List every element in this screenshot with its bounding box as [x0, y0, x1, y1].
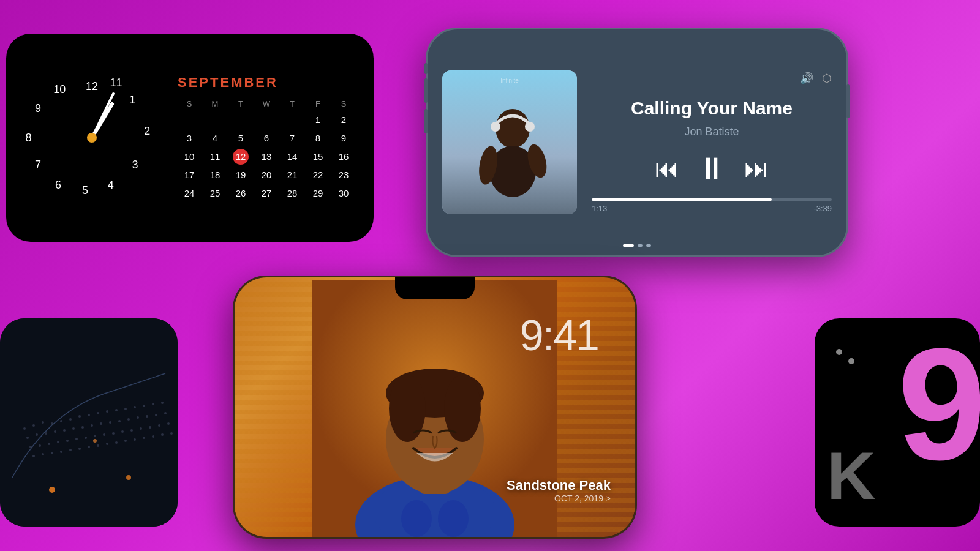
cal-day-1[interactable]: 1	[310, 112, 326, 128]
letter-k-display: K	[827, 437, 875, 514]
cal-day-8[interactable]: 8	[310, 130, 326, 146]
cal-day-23[interactable]: 23	[336, 167, 352, 183]
cal-day-7[interactable]: 7	[284, 130, 300, 146]
calendar-grid: S M T W T F S 1 2 3 4 5 6 7 8 9 10 11	[178, 98, 355, 201]
svg-point-58	[149, 426, 151, 429]
svg-point-18	[69, 418, 72, 421]
svg-point-25	[134, 406, 136, 408]
svg-point-72	[134, 438, 136, 441]
svg-point-61	[32, 455, 35, 457]
phone-vol-down-btn	[424, 109, 428, 133]
cal-day-3[interactable]: 3	[181, 130, 197, 146]
svg-point-19	[78, 415, 81, 418]
cal-day-12-today[interactable]: 12	[233, 149, 249, 165]
svg-point-51	[85, 437, 87, 439]
svg-point-53	[103, 433, 105, 436]
svg-point-20	[88, 414, 90, 416]
svg-point-27	[152, 403, 154, 405]
svg-point-52	[94, 435, 96, 437]
cal-day-28[interactable]: 28	[284, 186, 300, 201]
progress-fill	[592, 198, 772, 201]
location-date: OCT 2, 2019 >	[507, 493, 611, 503]
svg-point-47	[48, 443, 50, 445]
svg-point-57	[140, 427, 142, 430]
indicator-dot-3	[646, 244, 651, 247]
cal-day-30[interactable]: 30	[336, 186, 352, 201]
volume-icon[interactable]: 🔊	[800, 72, 813, 85]
svg-point-43	[155, 414, 157, 416]
svg-point-78	[126, 475, 131, 480]
svg-point-69	[106, 443, 108, 445]
cal-day-10[interactable]: 10	[181, 149, 197, 165]
svg-point-84	[438, 500, 469, 537]
cal-day-15[interactable]: 15	[310, 149, 326, 165]
svg-point-26	[143, 405, 145, 407]
cal-day-2[interactable]: 2	[336, 112, 352, 128]
svg-point-71	[124, 440, 127, 442]
svg-point-75	[161, 433, 164, 436]
big-number-display: 9	[897, 324, 980, 484]
svg-point-77	[49, 487, 55, 493]
progress-track	[592, 198, 832, 201]
cal-header-t1: T	[229, 98, 252, 110]
svg-point-22	[106, 410, 108, 413]
cal-day-16[interactable]: 16	[336, 149, 352, 165]
cal-day-6[interactable]: 6	[258, 130, 274, 146]
cal-header-f: F	[306, 98, 330, 110]
rewind-button[interactable]: ⏮	[655, 155, 679, 182]
dot-decoration-2	[848, 358, 854, 364]
svg-point-50	[75, 438, 78, 440]
svg-point-40	[127, 418, 130, 421]
svg-point-68	[97, 444, 99, 447]
cal-day-27[interactable]: 27	[258, 186, 274, 201]
cal-day-14[interactable]: 14	[284, 149, 300, 165]
svg-point-48	[57, 441, 59, 443]
fast-forward-button[interactable]: ⏭	[744, 155, 769, 182]
clock-calendar-widget: 12 1 2 3 4 5 6 7 8 9 10 11 SEPTEMBER	[6, 34, 374, 242]
artist-name: Jon Batiste	[684, 126, 739, 138]
cal-day-13[interactable]: 13	[258, 149, 274, 165]
clock-face: 12 1 2 3 4 5 6 7 8 9 10 11	[24, 70, 159, 205]
cal-day-20[interactable]: 20	[258, 167, 274, 183]
cal-day-11[interactable]: 11	[207, 149, 223, 165]
cal-day-29[interactable]: 29	[310, 186, 326, 201]
svg-point-31	[45, 432, 47, 435]
svg-point-59	[158, 424, 160, 427]
cal-day-9[interactable]: 9	[336, 130, 352, 146]
svg-point-34	[72, 427, 75, 430]
svg-point-39	[118, 420, 121, 422]
phone-notch	[395, 277, 475, 299]
progress-bar[interactable]: 1:13 -3:39	[592, 198, 832, 213]
cal-day-21[interactable]: 21	[284, 167, 300, 183]
music-info: 🔊 ⬡ Calling Your Name Jon Batiste ⏮ ⏸ ⏭ …	[592, 72, 832, 213]
svg-point-65	[69, 449, 72, 451]
cal-day-5[interactable]: 5	[233, 130, 249, 146]
svg-point-36	[91, 424, 93, 427]
svg-point-88	[389, 375, 426, 442]
cal-day-25[interactable]: 25	[207, 186, 223, 201]
song-title: Calling Your Name	[631, 97, 793, 119]
svg-point-56	[130, 429, 133, 432]
svg-point-64	[60, 451, 62, 453]
cal-day-17[interactable]: 17	[181, 167, 197, 183]
cal-day-18[interactable]: 18	[207, 167, 223, 183]
lock-screen-time: 9:41	[520, 311, 598, 360]
cal-day-4[interactable]: 4	[207, 130, 223, 146]
cal-day-24[interactable]: 24	[181, 186, 197, 201]
svg-point-54	[112, 432, 115, 435]
cal-header-s1: S	[178, 98, 201, 110]
svg-point-14	[32, 424, 35, 427]
airplay-icon[interactable]: ⬡	[822, 72, 832, 85]
current-time: 1:13	[592, 204, 607, 213]
cal-day-22[interactable]: 22	[310, 167, 326, 183]
svg-point-89	[444, 375, 481, 442]
svg-point-37	[100, 422, 102, 425]
svg-point-17	[60, 420, 62, 422]
cal-day-19[interactable]: 19	[233, 167, 249, 183]
lock-location: Sandstone Peak OCT 2, 2019 >	[507, 478, 611, 503]
pause-button[interactable]: ⏸	[696, 151, 727, 186]
cal-day-26[interactable]: 26	[233, 186, 249, 201]
indicator-dot-2	[638, 244, 643, 247]
svg-point-16	[51, 422, 53, 425]
world-map-svg	[0, 318, 178, 527]
